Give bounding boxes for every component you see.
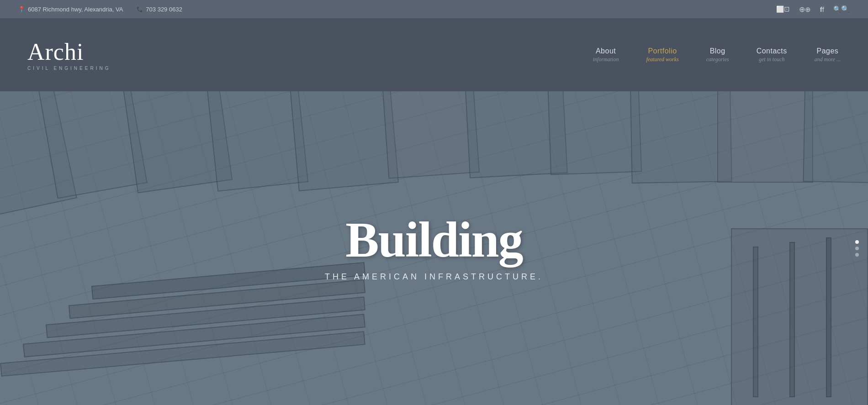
top-bar-left: 6087 Richmond hwy, Alexandria, VA 703 32… (18, 6, 182, 13)
phone-text: 703 329 0632 (146, 6, 182, 13)
pin-icon (18, 6, 25, 12)
pinterest-icon[interactable]: ⊕ (799, 5, 811, 14)
address-item: 6087 Richmond hwy, Alexandria, VA (18, 6, 123, 13)
nav-item-contacts[interactable]: Contactsget in touch (757, 47, 787, 63)
nav-sublabel-about: information (593, 56, 619, 63)
search-icon[interactable]: 🔍 (833, 5, 850, 13)
header: Archi CIVIL ENGINEERING Aboutinformation… (0, 18, 868, 91)
scroll-dot-2[interactable] (855, 247, 859, 250)
scroll-indicator (855, 240, 859, 257)
scroll-dot-3[interactable] (855, 253, 859, 257)
logo-subtitle: CIVIL ENGINEERING (27, 66, 111, 71)
nav-item-pages[interactable]: Pagesand more ... (815, 47, 841, 63)
address-text: 6087 Richmond hwy, Alexandria, VA (28, 6, 123, 13)
phone-icon (137, 6, 143, 12)
hero-subtitle: THE AMERICAN INFRASTRUCTURE. (325, 272, 543, 282)
logo-area: Archi CIVIL ENGINEERING (27, 39, 111, 71)
scroll-dot-1[interactable] (855, 240, 859, 244)
nav-item-about[interactable]: Aboutinformation (593, 47, 619, 63)
nav-sublabel-blog: categories (706, 56, 729, 63)
nav-label-portfolio: Portfolio (648, 47, 677, 55)
hero-content: Building THE AMERICAN INFRASTRUCTURE. (0, 91, 868, 405)
top-bar-right: ⊡ ⊕ f 🔍 (776, 5, 850, 14)
facebook-icon[interactable]: f (820, 5, 824, 13)
nav-sublabel-contacts: get in touch (759, 56, 785, 63)
hero-section: Building THE AMERICAN INFRASTRUCTURE. (0, 91, 868, 405)
logo-text[interactable]: Archi (27, 39, 111, 65)
nav-label-pages: Pages (816, 47, 838, 55)
instagram-icon[interactable]: ⊡ (776, 5, 790, 13)
nav-item-portfolio[interactable]: Portfoliofeatured works (646, 47, 678, 63)
nav-sublabel-portfolio: featured works (646, 56, 678, 63)
nav-item-blog[interactable]: Blogcategories (706, 47, 729, 63)
phone-item: 703 329 0632 (137, 6, 182, 13)
nav-label-contacts: Contacts (757, 47, 787, 55)
nav-label-about: About (596, 47, 616, 55)
top-bar: 6087 Richmond hwy, Alexandria, VA 703 32… (0, 0, 868, 18)
nav-label-blog: Blog (710, 47, 725, 55)
main-nav: AboutinformationPortfoliofeatured worksB… (593, 47, 841, 63)
nav-sublabel-pages: and more ... (815, 56, 841, 63)
hero-title: Building (345, 215, 523, 265)
